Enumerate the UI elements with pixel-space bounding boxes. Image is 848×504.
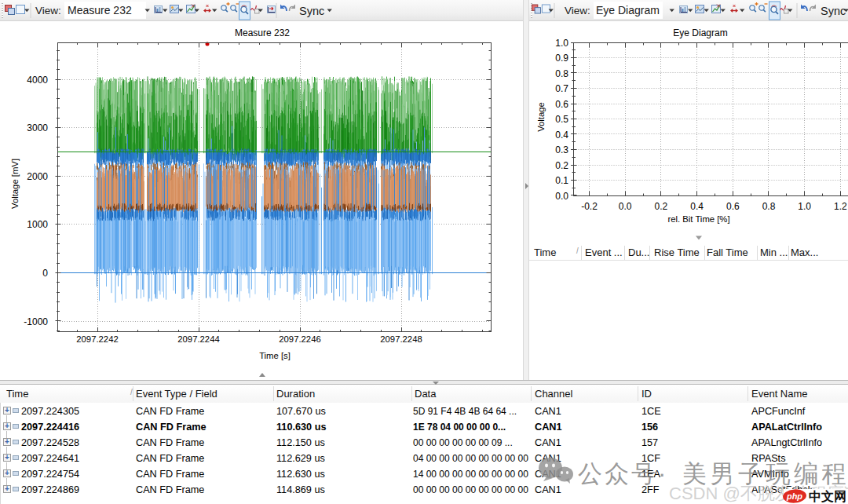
svg-text:Voltage [mV]: Voltage [mV] xyxy=(10,159,20,209)
svg-text:0.8: 0.8 xyxy=(555,68,568,79)
svg-text:0.5: 0.5 xyxy=(555,114,568,125)
svg-text:1000: 1000 xyxy=(27,219,48,230)
svg-text:Eye Diagram: Eye Diagram xyxy=(673,27,727,38)
svg-text:-1000: -1000 xyxy=(24,316,48,327)
svg-text:0.9: 0.9 xyxy=(555,53,568,64)
svg-text:-0.2: -0.2 xyxy=(581,201,598,212)
svg-text:1.0: 1.0 xyxy=(555,38,568,49)
svg-text:0.6: 0.6 xyxy=(726,201,740,212)
svg-text:0.3: 0.3 xyxy=(555,144,568,155)
svg-text:0.0: 0.0 xyxy=(555,191,568,202)
svg-text:1.2: 1.2 xyxy=(834,201,847,212)
svg-text:0.4: 0.4 xyxy=(690,201,704,212)
svg-text:0.2: 0.2 xyxy=(555,160,568,171)
svg-text:Voltage: Voltage xyxy=(536,102,546,132)
svg-text:2097.2242: 2097.2242 xyxy=(76,334,118,344)
svg-text:php: php xyxy=(786,491,802,501)
svg-text:Time [s]: Time [s] xyxy=(259,351,291,360)
svg-text:中文网: 中文网 xyxy=(809,489,846,503)
svg-text:4000: 4000 xyxy=(27,75,48,86)
svg-text:0.2: 0.2 xyxy=(655,201,668,212)
svg-text:2097.2244: 2097.2244 xyxy=(177,334,219,344)
svg-text:2000: 2000 xyxy=(27,171,48,182)
svg-text:0.8: 0.8 xyxy=(762,201,776,212)
svg-text:0.4: 0.4 xyxy=(555,130,568,141)
svg-text:0.6: 0.6 xyxy=(555,99,568,110)
svg-text:2097.2248: 2097.2248 xyxy=(380,334,422,344)
svg-text:rel. Bit Time [%]: rel. Bit Time [%] xyxy=(667,214,729,224)
svg-text:Measure 232: Measure 232 xyxy=(235,27,290,38)
svg-text:2097.2246: 2097.2246 xyxy=(279,334,320,344)
svg-text:0.0: 0.0 xyxy=(619,201,632,212)
svg-text:0.1: 0.1 xyxy=(555,175,568,186)
svg-text:0: 0 xyxy=(42,268,48,279)
svg-text:1.0: 1.0 xyxy=(798,201,811,212)
svg-text:0.7: 0.7 xyxy=(555,83,568,94)
svg-text:3000: 3000 xyxy=(27,122,48,133)
